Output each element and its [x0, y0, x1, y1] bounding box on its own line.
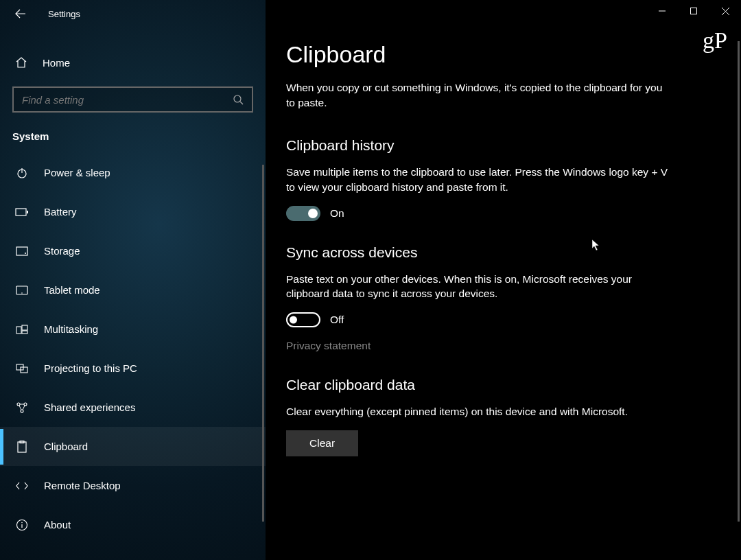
- clipboard-icon: [15, 441, 29, 453]
- titlebar-left: Settings: [0, 0, 266, 27]
- section-desc-clear: Clear everything (except pinned items) o…: [286, 404, 670, 419]
- sidebar-item-power-sleep[interactable]: Power & sleep: [0, 153, 266, 192]
- watermark: gP: [703, 27, 727, 54]
- main-content: gP Clipboard When you copy or cut someth…: [266, 0, 741, 560]
- svg-rect-6: [16, 247, 27, 255]
- back-arrow-icon: [15, 8, 26, 19]
- window-controls: [646, 0, 741, 22]
- home-icon: [15, 56, 29, 69]
- section-desc-history: Save multiple items to the clipboard to …: [286, 165, 670, 194]
- search-icon: [233, 94, 244, 105]
- nav-list: Power & sleep Battery Storage Tablet mod…: [0, 153, 266, 560]
- svg-point-9: [21, 292, 23, 294]
- section-title-history: Clipboard history: [286, 137, 714, 154]
- sidebar-item-tablet-mode[interactable]: Tablet mode: [0, 270, 266, 310]
- svg-rect-10: [16, 327, 21, 334]
- sidebar-item-projecting[interactable]: Projecting to this PC: [0, 349, 266, 388]
- shared-icon: [15, 401, 29, 414]
- page-title: Clipboard: [286, 41, 714, 68]
- sidebar-item-label: Storage: [44, 245, 80, 257]
- sidebar-home[interactable]: Home: [0, 48, 266, 77]
- sidebar-item-label: Tablet mode: [44, 284, 100, 296]
- toggle-row-history: On: [286, 206, 714, 221]
- main-scrollbar[interactable]: [738, 41, 740, 522]
- svg-rect-18: [18, 442, 26, 452]
- back-button[interactable]: [14, 7, 27, 21]
- category-label: System: [0, 128, 266, 153]
- svg-point-15: [17, 403, 20, 406]
- project-icon: [15, 364, 29, 373]
- sidebar-home-label: Home: [43, 57, 70, 69]
- sidebar-item-label: Multitasking: [44, 323, 98, 335]
- storage-icon: [15, 246, 29, 256]
- sidebar-item-label: Battery: [44, 206, 77, 218]
- svg-point-21: [21, 522, 23, 523]
- toggle-row-sync: Off: [286, 312, 714, 327]
- minimize-button[interactable]: [646, 0, 678, 22]
- svg-point-0: [234, 95, 241, 102]
- minimize-icon: [659, 8, 666, 14]
- sidebar: Settings Home System Power & sleep Batte…: [0, 0, 266, 560]
- svg-rect-5: [27, 211, 28, 213]
- svg-rect-11: [22, 325, 27, 330]
- sidebar-item-label: Remote Desktop: [44, 480, 121, 491]
- section-title-sync: Sync across devices: [286, 244, 714, 261]
- sidebar-item-battery[interactable]: Battery: [0, 192, 266, 231]
- sidebar-item-storage[interactable]: Storage: [0, 231, 266, 270]
- svg-line-1: [240, 102, 243, 104]
- svg-point-16: [24, 403, 27, 406]
- sidebar-scrollbar[interactable]: [262, 165, 264, 522]
- maximize-button[interactable]: [678, 0, 709, 22]
- toggle-history[interactable]: [286, 206, 320, 221]
- svg-rect-24: [691, 8, 697, 14]
- sidebar-item-clipboard[interactable]: Clipboard: [0, 427, 266, 466]
- svg-point-7: [25, 253, 26, 254]
- page-description: When you copy or cut something in Window…: [286, 80, 670, 110]
- search-box[interactable]: [12, 86, 253, 113]
- search-input[interactable]: [22, 94, 233, 106]
- sidebar-item-remote-desktop[interactable]: Remote Desktop: [0, 466, 266, 505]
- battery-icon: [15, 208, 29, 216]
- sidebar-item-label: Clipboard: [44, 441, 88, 452]
- app-title: Settings: [48, 9, 80, 19]
- svg-point-17: [21, 410, 23, 412]
- section-title-clear: Clear clipboard data: [286, 377, 714, 393]
- svg-rect-12: [22, 331, 27, 334]
- power-icon: [15, 167, 29, 179]
- maximize-icon: [690, 8, 697, 14]
- toggle-knob: [308, 209, 318, 218]
- sidebar-item-label: Projecting to this PC: [44, 362, 137, 374]
- svg-rect-4: [16, 209, 26, 215]
- close-button[interactable]: [709, 0, 741, 22]
- section-desc-sync: Paste text on your other devices. When t…: [286, 272, 670, 301]
- toggle-sync[interactable]: [286, 312, 320, 327]
- sidebar-item-about[interactable]: About: [0, 505, 266, 544]
- sidebar-item-shared-experiences[interactable]: Shared experiences: [0, 388, 266, 427]
- info-icon: [15, 519, 29, 531]
- remote-icon: [15, 481, 29, 491]
- sidebar-item-multitasking[interactable]: Multitasking: [0, 310, 266, 349]
- clear-button[interactable]: Clear: [286, 430, 358, 456]
- sidebar-item-label: Power & sleep: [44, 167, 110, 178]
- sidebar-item-label: Shared experiences: [44, 401, 135, 413]
- privacy-link[interactable]: Privacy statement: [286, 340, 370, 352]
- sidebar-item-label: About: [44, 519, 71, 530]
- cursor-icon: [591, 239, 600, 251]
- toggle-knob: [290, 316, 297, 324]
- multitask-icon: [15, 325, 29, 334]
- toggle-label-sync: Off: [330, 314, 344, 326]
- toggle-label-history: On: [330, 207, 344, 220]
- tablet-icon: [15, 285, 29, 295]
- close-icon: [722, 8, 729, 15]
